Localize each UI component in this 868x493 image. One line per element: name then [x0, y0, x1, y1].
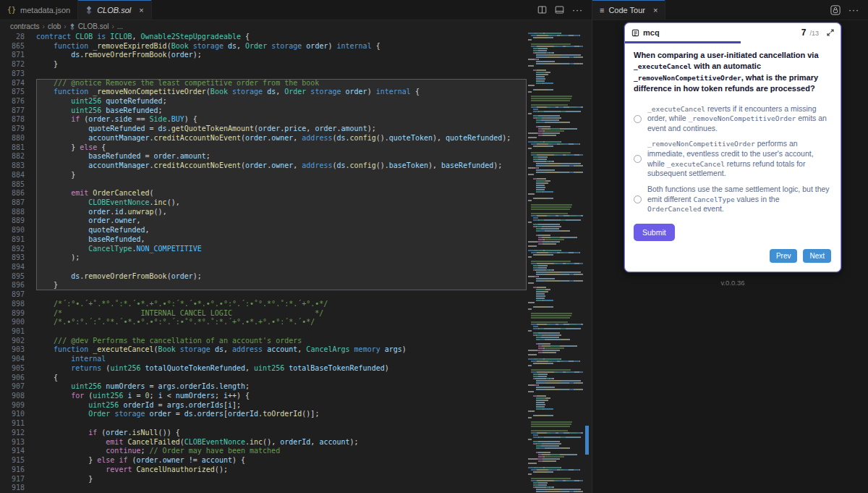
- minimap[interactable]: [527, 33, 583, 493]
- code-text: );: [36, 253, 527, 263]
- line-number: 889: [0, 216, 36, 226]
- code-line: 895 ds.removeOrderFromBook(order);: [0, 272, 527, 282]
- line-number: 896: [0, 281, 36, 290]
- expand-icon[interactable]: [827, 29, 834, 36]
- line-number: 880: [0, 134, 36, 143]
- panel-body: mcq 7 /13 When comparing a user-initiate…: [592, 20, 868, 493]
- line-number: 911: [0, 419, 36, 429]
- chevron-right-icon: ›: [43, 22, 45, 30]
- list-icon: ≡: [600, 6, 604, 14]
- chevron-right-icon: ›: [111, 22, 114, 30]
- overview-ruler-decoration: [585, 426, 589, 455]
- code-text: accountManager.creditAccountNoEvent(orde…: [36, 134, 527, 143]
- code-line: 871 ds.removeOrderFromBook(order);: [0, 51, 527, 60]
- progress-total: /13: [809, 30, 819, 37]
- code-line: 876 uint256 quoteRefunded;: [0, 97, 527, 106]
- line-number: 872: [0, 60, 36, 69]
- more-actions-icon[interactable]: ···: [848, 5, 859, 15]
- code-line: 889 order.owner,: [0, 216, 527, 226]
- code-text: function _removeExpiredBid(Book storage …: [36, 42, 527, 51]
- code-line: 915 } else if (order.owner != account) {: [0, 456, 527, 465]
- solidity-icon: [69, 23, 75, 30]
- line-number: 916: [0, 465, 36, 475]
- mcq-option[interactable]: Both functions use the same settlement l…: [634, 185, 832, 214]
- code-line: 878 if (order.side == Side.BUY) {: [0, 115, 527, 125]
- breadcrumb-item[interactable]: clob: [48, 22, 61, 30]
- line-number: 877: [0, 106, 36, 116]
- option-radio[interactable]: [634, 115, 642, 123]
- code-text: } else {: [36, 143, 527, 153]
- code-text: function _executeCancel(Book storage ds,…: [36, 345, 527, 355]
- more-actions-icon[interactable]: ···: [572, 5, 583, 15]
- code-text: CLOBEventNonce.inc(),: [36, 198, 527, 208]
- code-text: revert CancelUnauthorized();: [36, 465, 527, 475]
- code-text: Order storage order = ds.orders[orderId.…: [36, 410, 527, 419]
- customize-layout-icon[interactable]: [555, 5, 564, 14]
- code-line: 901: [0, 327, 527, 337]
- mcq-option[interactable]: _executeCancel reverts if it encounters …: [634, 104, 832, 134]
- line-number: 905: [0, 364, 36, 374]
- code-text: } else if (order.owner != account) {: [36, 456, 527, 465]
- code-text: if (order.isNull()) {: [36, 429, 527, 438]
- code-line: 914 continue; // Order may have been mat…: [0, 447, 527, 456]
- line-number: 878: [0, 115, 36, 125]
- code-line: 904 internal: [0, 355, 527, 364]
- line-number: 887: [0, 198, 36, 208]
- code-text: /// @notice Removes the least competitiv…: [36, 79, 527, 88]
- breadcrumb-item[interactable]: ...: [117, 22, 123, 30]
- tab-code-tour[interactable]: ≡ Code Tour ×: [592, 0, 665, 20]
- code-text: [36, 484, 527, 493]
- mcq-nav: Prev Next: [625, 241, 841, 271]
- code-line: 875 function _removeNonCompetitiveOrder(…: [0, 88, 527, 97]
- mcq-title: mcq: [643, 28, 660, 37]
- tab-label: Code Tour: [608, 6, 645, 14]
- code-text: uint256 baseRefunded;: [36, 106, 527, 116]
- code-line: 872 }: [0, 60, 527, 69]
- code-text: accountManager.creditAccountNoEvent(orde…: [36, 161, 527, 171]
- breadcrumb[interactable]: contracts › clob › CLOB.sol › ...: [0, 20, 592, 33]
- option-radio[interactable]: [634, 155, 642, 163]
- next-button[interactable]: Next: [803, 249, 831, 263]
- line-number: 897: [0, 290, 36, 300]
- line-number: 874: [0, 79, 36, 88]
- close-tab-icon[interactable]: ×: [653, 6, 658, 14]
- code-tour-panel: ≡ Code Tour × ··· mcq: [592, 0, 868, 493]
- code-text: uint256 numOrders = args.orderIds.length…: [36, 382, 527, 392]
- submit-button[interactable]: Submit: [634, 224, 675, 241]
- code-editor[interactable]: 28contract CLOB is ICLOB, Ownable2StepUp…: [0, 33, 592, 493]
- code-text: CancelType.NON_COMPETITIVE: [36, 245, 527, 254]
- option-text: _executeCancel reverts if it encounters …: [647, 104, 832, 134]
- code-text: }: [36, 475, 527, 484]
- line-number: 876: [0, 97, 36, 106]
- breadcrumb-item[interactable]: contracts: [10, 22, 40, 30]
- code-text: }: [36, 60, 527, 69]
- panel-actions: ···: [830, 0, 868, 20]
- breadcrumb-item[interactable]: CLOB.sol: [78, 22, 109, 30]
- line-number: 873: [0, 69, 36, 79]
- tab-metadata-json[interactable]: {} metadata.json: [0, 0, 78, 20]
- code-line: 913 emit CancelFailed(CLOBEventNonce.inc…: [0, 438, 527, 447]
- editor-actions: ···: [537, 0, 592, 20]
- scrollbar[interactable]: [583, 33, 592, 493]
- code-text: uint256 quoteRefunded;: [36, 97, 527, 106]
- code-line: 902 /// @dev Performs the cancellation o…: [0, 337, 527, 346]
- json-braces-icon: {}: [7, 6, 16, 14]
- code-line: 899 /* INTERNAL CANCEL LOGIC */: [0, 309, 527, 319]
- line-number: 893: [0, 253, 36, 263]
- code-text: order.owner,: [36, 216, 527, 226]
- code-text: /* INTERNAL CANCEL LOGIC */: [36, 309, 527, 319]
- option-radio[interactable]: [634, 195, 642, 203]
- mcq-option[interactable]: _removeNonCompetitiveOrder performs an i…: [634, 139, 832, 179]
- line-number: 912: [0, 429, 36, 438]
- prev-button[interactable]: Prev: [770, 249, 798, 263]
- line-number: 888: [0, 208, 36, 217]
- line-number: 895: [0, 272, 36, 282]
- mcq-options: _executeCancel reverts if it encounters …: [625, 96, 841, 214]
- code-line: 891 baseRefunded,: [0, 235, 527, 245]
- line-number: 904: [0, 355, 36, 364]
- lock-icon[interactable]: [830, 5, 841, 15]
- code-text: baseRefunded = order.amount;: [36, 152, 527, 161]
- close-tab-icon[interactable]: ×: [139, 6, 143, 14]
- split-editor-icon[interactable]: [537, 5, 547, 14]
- tab-clob-sol[interactable]: CLOB.sol ×: [78, 0, 152, 20]
